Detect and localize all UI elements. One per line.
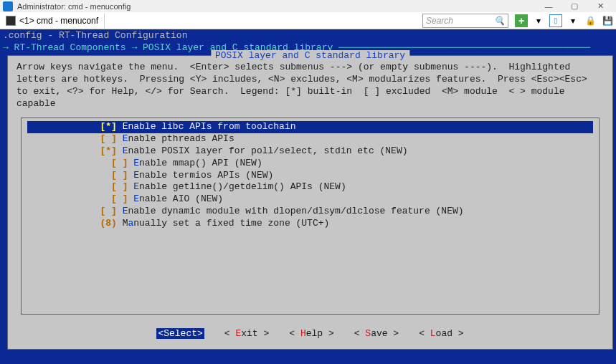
tab-label: <1> cmd - menuconf	[19, 16, 98, 26]
menu-item[interactable]: (8) Manually set a fixed time zone (UTC+…	[27, 218, 593, 230]
panel-title: POSIX layer and C standard library	[211, 50, 409, 61]
app-icon	[3, 1, 13, 11]
dropdown-icon[interactable]: ▾	[567, 14, 579, 27]
maximize-button[interactable]: ▢	[561, 0, 587, 12]
menu-item[interactable]: [ ] Enable AIO (NEW)	[27, 193, 593, 206]
window-titlebar: Administrator: cmd - menuconfig — ▢ ✕	[0, 0, 616, 12]
panels-icon[interactable]: ▯	[549, 14, 562, 27]
terminal-area: .config - RT-Thread Configuration → RT-T…	[0, 29, 616, 364]
menu-item[interactable]: [ ] Enable mmap() API (NEW)	[27, 158, 593, 170]
button-bar: <Select>< Exit >< Help >< Save >< Load >	[8, 328, 612, 339]
search-input[interactable]: Search 🔍	[422, 14, 508, 28]
help-button[interactable]: < Help >	[289, 328, 333, 339]
menu-item[interactable]: [ ] Enable pthreads APIs	[27, 133, 593, 145]
menu-item[interactable]: [*] Enable libc APIs from toolchain	[27, 121, 593, 133]
dropdown-icon[interactable]: ▾	[532, 14, 545, 27]
options-list: [*] Enable libc APIs from toolchain [ ] …	[21, 118, 600, 315]
menu-item[interactable]: [ ] Enable dynamic module with dlopen/dl…	[27, 206, 593, 218]
minimize-button[interactable]: —	[536, 0, 561, 12]
menuconfig-panel: POSIX layer and C standard library Arrow…	[7, 55, 613, 350]
instructions-text: Arrow keys navigate the menu. <Enter> se…	[8, 56, 612, 113]
select-button[interactable]: <Select>	[156, 328, 204, 339]
exit-button[interactable]: < Exit >	[224, 328, 269, 339]
config-path: .config - RT-Thread Configuration	[0, 29, 616, 42]
tab-bar: <1> cmd - menuconf Search 🔍 + ▾ ▯ ▾ 🔒 💾	[0, 12, 616, 29]
menu-item[interactable]: [*] Enable POSIX layer for poll/select, …	[27, 145, 593, 158]
terminal-icon	[6, 16, 16, 26]
search-placeholder: Search	[426, 16, 453, 26]
close-button[interactable]: ✕	[587, 0, 613, 12]
save-button[interactable]: < Save >	[354, 328, 399, 339]
window-title: Administrator: cmd - menuconfig	[17, 2, 131, 11]
disk-icon[interactable]: 💾	[601, 14, 614, 27]
tab-cmd[interactable]: <1> cmd - menuconf	[0, 14, 105, 28]
menu-item[interactable]: [ ] Enable termios APIs (NEW)	[27, 170, 593, 182]
menu-item[interactable]: [ ] Enable getline()/getdelim() APIs (NE…	[27, 181, 593, 193]
load-button[interactable]: < Load >	[419, 328, 463, 339]
search-icon: 🔍	[494, 16, 505, 26]
lock-icon[interactable]: 🔒	[584, 14, 597, 27]
new-tab-button[interactable]: +	[515, 14, 528, 27]
